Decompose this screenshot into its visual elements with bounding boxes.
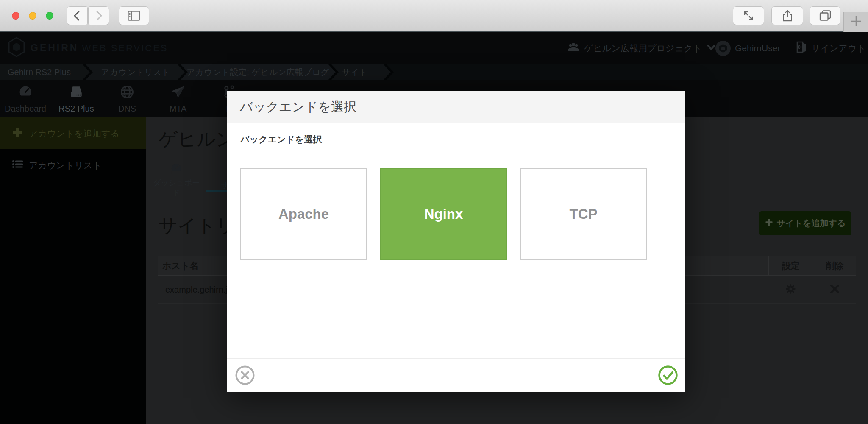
plus-icon: [765, 218, 773, 229]
host-cell: example.gehirn.jp: [165, 276, 232, 304]
section-title: サイトリ: [159, 213, 235, 238]
backend-select-modal: バックエンドを選択 バックエンドを選択 Apache Nginx TCP: [227, 91, 685, 392]
row-delete-button[interactable]: [813, 276, 856, 304]
backend-option-apache[interactable]: Apache: [240, 168, 367, 260]
breadcrumb: サイト アカウント設定: ゲヒルン広報ブログ アカウントリスト Gehirn R…: [0, 64, 868, 80]
gauge-icon: [170, 168, 183, 176]
backend-select-label: バックエンドを選択: [240, 134, 322, 145]
column-host: ホスト名: [162, 256, 198, 275]
chevron-down-icon: [706, 43, 716, 53]
app-header: GEHIRNWEB SERVICES ゲヒルン広報用プロジェクト GehirnU…: [0, 32, 868, 64]
nav-item-dashboard[interactable]: Dashboard: [0, 80, 51, 117]
tabs-overlap-icon: [819, 10, 831, 21]
plus-icon: [850, 15, 862, 29]
window-zoom-button[interactable]: [46, 12, 53, 20]
add-site-button[interactable]: サイトを追加する: [759, 211, 851, 235]
brand-suffix: WEB SERVICES: [82, 43, 168, 53]
window-minimize-button[interactable]: [29, 12, 36, 20]
browser-forward-button[interactable]: [88, 6, 109, 25]
share-icon: [782, 10, 793, 22]
breadcrumb-item-rs2plus[interactable]: Gehirn RS2 Plus: [0, 64, 90, 80]
server-icon: [68, 85, 84, 101]
cancel-button[interactable]: [235, 365, 255, 385]
project-name: ゲヒルン広報用プロジェクト: [584, 42, 702, 54]
nav-item-dns[interactable]: DNS: [102, 80, 153, 117]
circle-check-icon: [658, 380, 678, 386]
window-titlebar: [0, 0, 868, 32]
backend-option-tcp[interactable]: TCP: [520, 168, 647, 260]
row-settings-button[interactable]: [768, 276, 813, 304]
window-close-button[interactable]: [12, 12, 19, 20]
gear-icon: [785, 283, 796, 296]
confirm-button[interactable]: [658, 365, 678, 385]
backend-option-nginx[interactable]: Nginx: [380, 168, 507, 260]
fullscreen-arrows-icon: [743, 10, 754, 21]
fullscreen-button[interactable]: [733, 6, 764, 25]
tab-dashboard[interactable]: ダッシュボード: [151, 162, 202, 198]
gehirn-hexagon-icon: [8, 37, 25, 59]
breadcrumb-item-account-settings[interactable]: アカウント設定: ゲヒルン広報ブログ: [178, 64, 336, 80]
new-tab-button[interactable]: [843, 12, 868, 32]
page-title: ゲヒルン: [159, 127, 235, 152]
project-switcher[interactable]: ゲヒルン広報用プロジェクト: [567, 32, 716, 64]
modal-header: バックエンドを選択: [227, 91, 685, 123]
brand-logo[interactable]: GEHIRNWEB SERVICES: [8, 37, 168, 59]
chevron-left-icon: [72, 10, 82, 21]
paper-plane-icon: [170, 85, 186, 101]
nav-item-rs2plus[interactable]: RS2 Plus: [51, 80, 102, 117]
brand-name: GEHIRN: [31, 42, 78, 53]
group-icon: [567, 42, 580, 54]
sidebar-panel-icon: [128, 11, 140, 21]
avatar: [715, 41, 731, 56]
plus-icon: [12, 127, 23, 140]
user-name: GehirnUser: [735, 43, 780, 53]
circle-x-icon: [235, 380, 255, 386]
modal-title: バックエンドを選択: [240, 98, 356, 116]
sidebar-divider: [3, 181, 143, 181]
signout-button[interactable]: サインアウト: [796, 32, 866, 64]
sidebar-toggle-button[interactable]: [119, 6, 149, 25]
gauge-icon: [18, 85, 33, 101]
user-menu[interactable]: GehirnUser: [715, 32, 780, 64]
signout-label: サインアウト: [811, 42, 866, 54]
nav-item-mta[interactable]: MTA: [153, 80, 203, 117]
modal-footer: [227, 358, 685, 392]
list-icon: [12, 159, 23, 171]
tab-overview-button[interactable]: [810, 6, 840, 25]
column-settings: 設定: [768, 256, 813, 275]
sidebar-account-list[interactable]: アカウントリスト: [0, 149, 146, 181]
sidebar: アカウントを追加する アカウントリスト: [0, 117, 146, 424]
column-delete: 削除: [813, 256, 856, 275]
globe-icon: [120, 85, 135, 101]
signout-door-icon: [796, 41, 807, 55]
chevron-right-icon: [94, 10, 103, 21]
sidebar-add-account[interactable]: アカウントを追加する: [0, 117, 146, 149]
browser-back-button[interactable]: [67, 6, 88, 25]
breadcrumb-item-account-list[interactable]: アカウントリスト: [83, 64, 185, 80]
cross-icon: [829, 284, 840, 296]
share-button[interactable]: [771, 6, 803, 25]
